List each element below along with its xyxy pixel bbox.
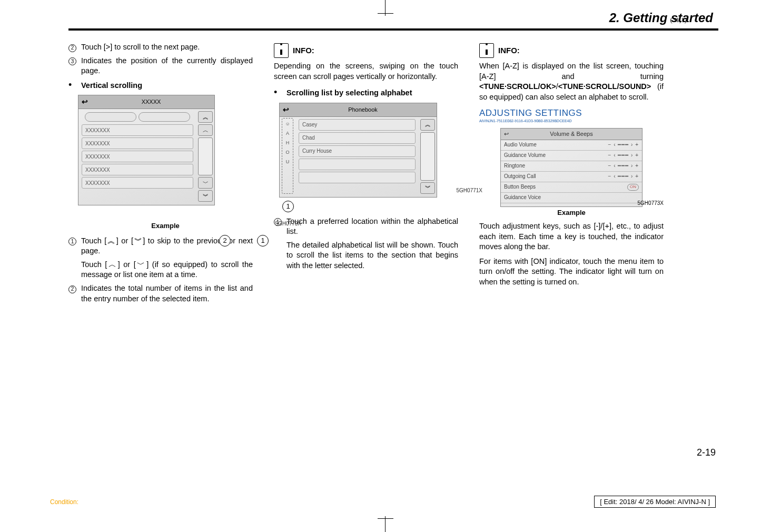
col2-detailed-list: The detailed alphabetical list will be s…	[286, 240, 458, 271]
fig1-title: XXXXX	[91, 98, 211, 106]
chevron-up-icon: ︿	[107, 260, 117, 269]
figure-phonebook: ↩ Phonebook ☺ AHOU Casey Chad Curry Hous…	[279, 103, 458, 198]
fig1-row: XXXXXXX	[82, 177, 193, 189]
header-rule	[68, 28, 718, 31]
double-chevron-down-icon: ︾	[420, 182, 435, 194]
col1-scroll-one: Touch [︿] or [﹀] (if so equipped) to scr…	[81, 260, 253, 280]
page-number: 2-19	[697, 447, 716, 458]
fig2-row: Casey	[299, 119, 416, 131]
figure-vertical-scroll: ↩ XXXXX XXXXXXX XXXXXXX XXXXXXX XXXXXXX …	[78, 95, 253, 231]
bullet-icon	[274, 88, 286, 98]
col1-item2: Touch [>] to scroll to the next page.	[81, 42, 253, 53]
list-marker-3: 3	[68, 56, 81, 76]
column-2: INFO: Depending on the screens, swiping …	[274, 42, 458, 307]
fig3-title: Volume & Beeps	[550, 130, 592, 138]
list-marker-2: 2	[68, 42, 81, 53]
chevron-down-icon: ﹀	[198, 177, 213, 189]
spacer	[68, 260, 81, 280]
info-title: INFO:	[498, 45, 520, 56]
col1-item3: Indicates the position of the currently …	[81, 56, 253, 76]
callout-2: 2	[219, 235, 231, 247]
scroll-track	[420, 132, 435, 181]
back-icon: ↩	[504, 130, 509, 138]
footer-condition: Condition:	[50, 498, 78, 506]
double-chevron-up-icon: ︽	[198, 111, 213, 123]
col3-adjust-keys: Touch adjustment keys, such as [-]/[+], …	[479, 221, 664, 252]
column-1: 2 Touch [>] to scroll to the next page. …	[68, 42, 253, 307]
fig2-row: Curry House	[299, 145, 416, 157]
bullet-icon	[68, 81, 81, 91]
figure-volume-beeps: ↩ Volume & Beeps Audio Volume− ‹ ━━━ › +…	[479, 128, 664, 218]
col3-on-indicator: For items with [ON] indicator, touch the…	[479, 257, 664, 288]
double-chevron-up-icon: ︽	[106, 237, 116, 245]
fig2-code: 5GH0771X	[457, 187, 482, 194]
contact-icon: ☺	[285, 121, 290, 127]
adjusting-settings-heading: ADJUSTING SETTINGS	[479, 107, 664, 120]
fig2-row: Chad	[299, 132, 416, 144]
fig1-code: 5GH0770X	[275, 220, 301, 228]
col3-info-body: When [A-Z] is displayed on the list scre…	[479, 61, 664, 102]
info-title: INFO:	[293, 45, 314, 56]
scroll-alphabet-heading: Scrolling list by selecting alphabet	[286, 88, 458, 98]
col1-total-items: Indicates the total number of items in t…	[81, 283, 253, 304]
info-icon	[274, 43, 289, 58]
callout-1: 1	[282, 201, 294, 212]
double-chevron-down-icon: ︾	[133, 237, 143, 245]
fig1-row: XXXXXXX	[82, 164, 193, 175]
col2-touch-location: Touch a preferred location within the al…	[286, 216, 458, 237]
callout-1: 1	[257, 235, 269, 247]
crop-mark-bottom	[378, 516, 393, 532]
fig2-row	[299, 172, 416, 183]
back-icon: ↩	[82, 97, 88, 107]
footer-edit-info: [ Edit: 2018/ 4/ 26 Model: AIVINJ-N ]	[594, 496, 716, 508]
fig2-row	[299, 159, 416, 170]
fig1-row: XXXXXXX	[82, 137, 193, 149]
list-marker-2b: 2	[68, 283, 81, 304]
fig2-title: Phonebook	[292, 106, 433, 114]
double-chevron-down-icon: ︾	[198, 190, 213, 202]
double-chevron-up-icon: ︽	[420, 119, 435, 131]
chevron-down-icon: ﹀	[136, 260, 146, 269]
vertical-scrolling-heading: Vertical scrolling	[81, 81, 253, 91]
spacer	[274, 240, 286, 271]
fig1-example-label: Example	[78, 221, 253, 231]
fig3-example-label: Example	[479, 208, 664, 218]
adjusting-hash: AIVINJN1-7511E082-9116-41D3-90B0-85329BD…	[479, 119, 664, 123]
list-marker-1: 1	[68, 236, 81, 257]
chevron-up-icon: ︿	[198, 124, 213, 136]
fig1-row: XXXXXXX	[82, 151, 193, 162]
col2-info-body: Depending on the screens, swiping on the…	[274, 61, 458, 82]
scroll-track	[198, 137, 213, 175]
info-icon	[479, 43, 494, 58]
column-3: INFO: When [A-Z] is displayed on the lis…	[479, 42, 664, 307]
section-header: 2. Getting started	[68, 11, 718, 25]
fig1-row: XXXXXXX	[82, 124, 193, 136]
back-icon: ↩	[283, 105, 289, 115]
on-badge: ON	[627, 184, 639, 191]
fig3-code: 5GH0773X	[638, 200, 664, 207]
